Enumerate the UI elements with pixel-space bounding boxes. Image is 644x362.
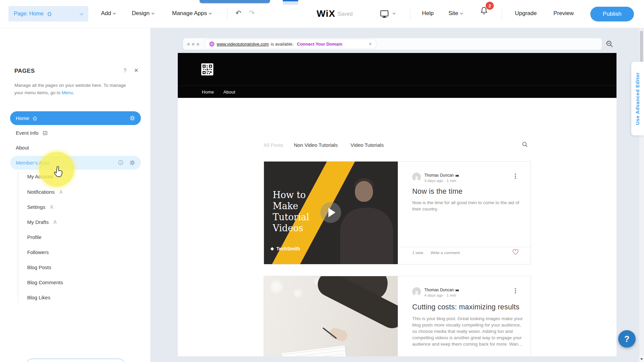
panel-help-button[interactable]: ? xyxy=(123,68,126,74)
page-row-blog-likes[interactable]: Blog Likes xyxy=(27,295,50,300)
page-row-home[interactable]: Home xyxy=(10,111,141,125)
site-avatar-icon[interactable] xyxy=(575,121,582,128)
site-nav-about[interactable]: About xyxy=(223,89,235,95)
chevron-down-icon xyxy=(460,11,463,14)
page-row-members-area[interactable]: Member's Area xyxy=(10,156,141,170)
home-icon xyxy=(32,116,38,121)
author-avatar[interactable] xyxy=(412,173,421,181)
pages-panel: PAGES ? ✕ Manage all the pages on your w… xyxy=(0,28,150,362)
close-icon[interactable]: × xyxy=(369,41,372,47)
post-image[interactable] xyxy=(264,276,398,356)
wix-editor: Page: Home Add Design Manage Apps ↶ ↷ Wi… xyxy=(0,0,644,362)
menu-design[interactable]: Design xyxy=(132,10,154,17)
page-row-event-info[interactable]: Event Info xyxy=(16,130,48,136)
page-settings-gear-icon[interactable] xyxy=(129,160,135,166)
site-header: Home About xyxy=(178,53,616,98)
menu-manage-apps[interactable]: Manage Apps xyxy=(172,10,211,17)
tab-all-posts[interactable]: All Posts xyxy=(264,142,283,148)
post-title[interactable]: Cutting costs: maximizing results xyxy=(412,303,520,311)
page-row-blog-comments[interactable]: Blog Comments xyxy=(27,280,63,285)
notification-badge[interactable]: 2 xyxy=(486,2,494,10)
presenter-silhouette xyxy=(340,208,393,264)
post-meta: 3 days ago · 1 min xyxy=(424,179,456,183)
menu-add[interactable]: Add xyxy=(101,10,115,17)
post-author[interactable]: Thomas Duncan xyxy=(424,173,459,178)
page-row-my-drafts[interactable]: My Drafts xyxy=(27,219,57,225)
undo-icon[interactable]: ↶ xyxy=(235,9,241,17)
member-icon xyxy=(59,190,63,194)
page-row-settings[interactable]: Settings xyxy=(27,204,54,210)
post-meta: 4 days ago · 1 min xyxy=(424,293,456,297)
top-clipped-popup-artifact xyxy=(200,0,270,3)
wix-logo: WiX xyxy=(317,8,335,19)
scrollbar-down-arrow[interactable] xyxy=(639,356,644,362)
editor-canvas: www.videotutorialslive.com is available.… xyxy=(150,28,644,362)
post-excerpt: This is your blog post. Great looking im… xyxy=(412,315,524,347)
post-title[interactable]: Now is the time xyxy=(412,187,463,196)
preview-button[interactable]: Preview xyxy=(553,10,574,17)
admin-crown-icon xyxy=(455,174,459,177)
save-status: Saved xyxy=(337,11,353,17)
device-preview-icon[interactable] xyxy=(380,10,389,18)
chevron-down-icon[interactable] xyxy=(585,122,588,124)
blog-search-icon[interactable] xyxy=(522,141,528,147)
help-floating-button[interactable]: ? xyxy=(618,330,636,348)
page-row-notifications[interactable]: Notifications xyxy=(27,189,63,195)
page-row-profile[interactable]: Profile xyxy=(27,234,42,240)
use-advanced-editor-tab[interactable]: Use Advanced Editor xyxy=(631,62,644,135)
tab-non-video-tutorials[interactable]: Non Video Tutorials xyxy=(294,142,338,148)
top-clipped-tab-artifact-body xyxy=(283,1,298,5)
post-author[interactable]: Thomas Duncan xyxy=(424,288,459,292)
tab-video-tutorials[interactable]: Video Tutorials xyxy=(351,142,384,148)
publish-button[interactable]: Publish xyxy=(590,7,634,21)
site-bell-icon[interactable] xyxy=(564,121,570,127)
page-row-blog-posts[interactable]: Blog Posts xyxy=(27,264,51,270)
info-icon[interactable] xyxy=(118,160,123,165)
chevron-down-icon xyxy=(152,11,154,14)
author-avatar[interactable] xyxy=(412,287,421,296)
upgrade-button[interactable]: Upgrade xyxy=(515,10,537,17)
redo-icon[interactable]: ↷ xyxy=(249,9,255,17)
play-button[interactable] xyxy=(320,202,341,223)
write-comment-link[interactable]: Write a comment xyxy=(431,251,460,255)
zoom-out-icon[interactable] xyxy=(606,40,613,48)
domain-url[interactable]: www.videotutorialslive.com xyxy=(217,42,269,47)
chevron-down-icon[interactable] xyxy=(393,11,395,14)
connect-domain-link[interactable]: Connect Your Domain xyxy=(297,42,342,47)
site-menu[interactable]: Site xyxy=(448,10,463,17)
canvas-browser-bar: www.videotutorialslive.com is available.… xyxy=(183,38,602,50)
pages-panel-description: Manage all the pages on your website her… xyxy=(14,82,130,97)
add-page-button[interactable]: + Add Page xyxy=(25,359,126,362)
blog-post-card[interactable]: Thomas Duncan 4 days ago · 1 min Cutting… xyxy=(264,276,531,356)
help-menu[interactable]: Help xyxy=(422,10,434,17)
menu-link[interactable]: Menu. xyxy=(62,90,74,95)
page-selector-label: Page: Home xyxy=(14,11,44,17)
site-nav-home[interactable]: Home xyxy=(202,89,214,95)
techsmith-logo: TechSmith xyxy=(270,246,300,251)
subpages-tree-line xyxy=(18,172,18,303)
page-row-followers[interactable]: Followers xyxy=(27,249,49,255)
page-row-about[interactable]: About xyxy=(16,145,29,150)
video-title-text: How to Make Tutorial Videos xyxy=(273,190,317,234)
like-heart-icon[interactable] xyxy=(512,249,519,255)
page-settings-gear-icon[interactable] xyxy=(129,115,135,121)
globe-icon xyxy=(209,41,215,47)
window-dot xyxy=(187,43,190,46)
window-dot xyxy=(192,43,195,46)
post-views: 1 view xyxy=(412,251,423,255)
window-dot xyxy=(197,43,199,46)
url-bar: www.videotutorialslive.com is available.… xyxy=(204,39,377,49)
site-logo-qr[interactable] xyxy=(201,63,213,75)
post-more-menu-icon[interactable] xyxy=(515,288,516,289)
pages-panel-title: PAGES xyxy=(14,68,35,74)
page-selector-dropdown[interactable]: Page: Home xyxy=(8,6,88,21)
blog-post-card[interactable]: How to Make Tutorial Videos TechSmith xyxy=(264,161,531,264)
post-more-menu-icon[interactable] xyxy=(515,174,516,175)
post-divider xyxy=(398,247,531,247)
panel-close-button[interactable]: ✕ xyxy=(134,67,139,74)
post-video-thumbnail[interactable]: How to Make Tutorial Videos TechSmith xyxy=(264,162,398,264)
home-icon xyxy=(47,11,52,17)
availability-text: is available. xyxy=(271,42,293,47)
chevron-down-icon xyxy=(113,11,116,14)
chevron-down-icon xyxy=(79,11,83,15)
